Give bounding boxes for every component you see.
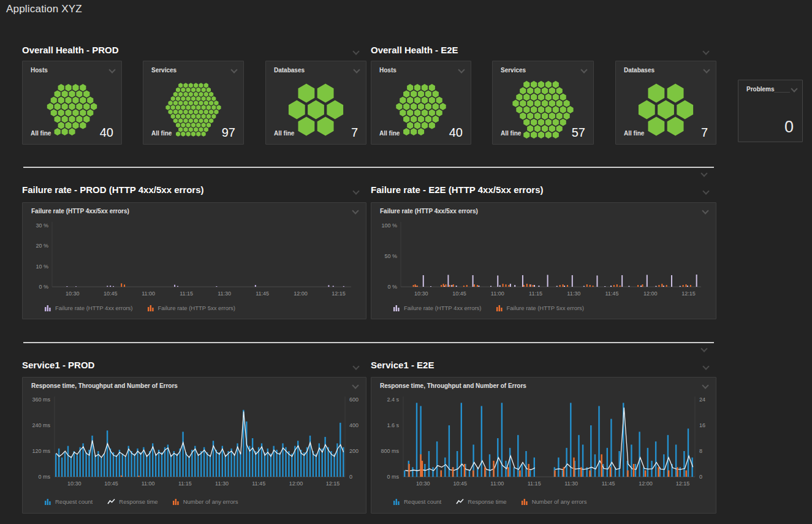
problems-tile[interactable]: Problems 0 xyxy=(738,80,803,142)
chevron-down-icon[interactable] xyxy=(352,382,359,389)
chevron-down-icon[interactable] xyxy=(581,67,587,73)
bar-series-icon xyxy=(148,305,154,311)
svg-text:12:00: 12:00 xyxy=(289,480,303,487)
svg-text:11:45: 11:45 xyxy=(252,480,265,487)
svg-text:11:00: 11:00 xyxy=(142,480,155,487)
status-text: All fine xyxy=(274,130,294,137)
chart-title: Failure rate (HTTP 4xx/5xx errors) xyxy=(31,208,129,215)
bar-series-icon xyxy=(393,498,400,505)
health-tile-hosts-prod[interactable]: Hosts All fine 40 xyxy=(22,61,122,145)
chevron-down-icon[interactable] xyxy=(231,67,237,73)
chart-legend: Failure rate (HTTP 4xx errors)Failure ra… xyxy=(393,305,584,311)
section-title-service1-e2e: Service1 - E2E xyxy=(371,360,434,370)
svg-text:12:00: 12:00 xyxy=(643,290,658,297)
chevron-down-icon[interactable] xyxy=(702,382,708,389)
chevron-down-icon[interactable] xyxy=(353,48,359,55)
status-text: All fine xyxy=(624,130,644,137)
chevron-down-icon[interactable] xyxy=(701,170,707,177)
svg-text:10:30: 10:30 xyxy=(414,290,428,297)
chevron-down-icon[interactable] xyxy=(458,67,465,73)
chevron-down-icon[interactable] xyxy=(703,48,709,55)
svg-text:10 %: 10 % xyxy=(36,264,48,270)
chart-title: Response time, Throughput and Number of … xyxy=(380,382,526,389)
entity-count: 40 xyxy=(100,126,113,140)
chevron-down-icon[interactable] xyxy=(109,67,115,73)
svg-text:11:15: 11:15 xyxy=(529,290,542,297)
svg-text:10:45: 10:45 xyxy=(104,480,118,487)
dashboard: Application XYZ Overall Health - PROD Ov… xyxy=(0,0,812,524)
status-text: All fine xyxy=(501,130,521,137)
legend-item[interactable]: Number of any errors xyxy=(522,498,587,505)
svg-text:0 ms: 0 ms xyxy=(38,474,50,480)
bar-series-icon xyxy=(45,498,51,505)
legend-item[interactable]: Failure rate (HTTP 5xx errors) xyxy=(496,305,585,311)
svg-text:20 %: 20 % xyxy=(36,243,48,249)
bar-series-icon xyxy=(45,305,51,311)
legend-label: Failure rate (HTTP 5xx errors) xyxy=(158,305,236,311)
tile-label: Services xyxy=(151,67,176,74)
svg-text:10:45: 10:45 xyxy=(453,480,468,487)
section-title-service1-prod: Service1 - PROD xyxy=(22,360,94,370)
svg-text:200: 200 xyxy=(349,448,359,454)
service-metrics-chart[interactable]: 0 ms120 ms240 ms360 ms020040060010:3010:… xyxy=(23,393,366,493)
chart-legend: Request countResponse timeNumber of any … xyxy=(45,498,238,505)
line-series-icon xyxy=(456,498,464,505)
chevron-down-icon[interactable] xyxy=(354,67,360,73)
legend-label: Response time xyxy=(119,498,157,505)
svg-text:1.6 s: 1.6 s xyxy=(387,422,399,428)
health-tile-databases-e2e[interactable]: Databases All fine 7 xyxy=(615,61,716,145)
tile-label: Services xyxy=(501,67,526,74)
status-text: All fine xyxy=(379,130,400,137)
svg-text:11:30: 11:30 xyxy=(567,290,580,297)
bar-series-icon xyxy=(393,305,400,311)
legend-label: Request count xyxy=(404,498,441,505)
chart-tile-failure-prod[interactable]: Failure rate (HTTP 4xx/5xx errors) 0 %10… xyxy=(22,202,366,319)
svg-text:11:00: 11:00 xyxy=(142,290,155,297)
status-text: All fine xyxy=(151,130,172,137)
chart-tile-service1-prod[interactable]: Response time, Throughput and Number of … xyxy=(22,377,366,514)
chevron-down-icon[interactable] xyxy=(701,346,707,352)
legend-label: Number of any errors xyxy=(183,498,238,505)
health-tile-services-e2e[interactable]: Services All fine 57 xyxy=(492,61,594,145)
health-tile-services-prod[interactable]: Services All fine 97 xyxy=(143,61,244,145)
svg-text:16: 16 xyxy=(699,422,705,428)
svg-text:11:15: 11:15 xyxy=(180,290,193,297)
legend-item[interactable]: Response time xyxy=(107,498,157,505)
health-tile-databases-prod[interactable]: Databases All fine 7 xyxy=(265,61,366,145)
chart-tile-service1-e2e[interactable]: Response time, Throughput and Number of … xyxy=(371,377,716,514)
health-tile-hosts-e2e[interactable]: Hosts All fine 40 xyxy=(371,61,471,145)
chevron-down-icon[interactable] xyxy=(704,67,710,73)
legend-item[interactable]: Request count xyxy=(45,498,93,505)
service-metrics-chart[interactable]: 0 ms800 ms1.6 s2.4 s08162410:3010:4511:0… xyxy=(371,393,716,493)
chevron-down-icon[interactable] xyxy=(353,188,359,194)
legend-item[interactable]: Request count xyxy=(393,498,441,505)
entity-count: 7 xyxy=(351,126,358,140)
chevron-down-icon[interactable] xyxy=(702,208,708,214)
legend-item[interactable]: Number of any errors xyxy=(173,498,238,505)
failure-rate-chart[interactable]: 0 %50 %100 %10:3010:4511:0011:1511:3011:… xyxy=(371,219,716,298)
legend-item[interactable]: Response time xyxy=(456,498,506,505)
failure-rate-chart[interactable]: 0 %10 %20 %30 %10:3010:4511:0011:1511:30… xyxy=(23,219,366,298)
svg-text:12:15: 12:15 xyxy=(681,290,696,297)
legend-item[interactable]: Failure rate (HTTP 5xx errors) xyxy=(148,305,236,311)
legend-item[interactable]: Failure rate (HTTP 4xx errors) xyxy=(393,305,482,311)
svg-text:11:45: 11:45 xyxy=(256,290,269,297)
chevron-down-icon[interactable] xyxy=(791,86,797,92)
svg-text:12:15: 12:15 xyxy=(332,290,346,297)
chevron-down-icon[interactable] xyxy=(703,363,709,370)
svg-text:400: 400 xyxy=(349,422,359,428)
svg-text:10:45: 10:45 xyxy=(104,290,118,297)
chevron-down-icon[interactable] xyxy=(353,363,359,370)
svg-text:12:15: 12:15 xyxy=(326,480,340,487)
tile-label: Hosts xyxy=(379,67,397,74)
legend-label: Failure rate (HTTP 4xx errors) xyxy=(404,305,482,311)
bar-series-icon xyxy=(496,305,503,311)
tile-label: Databases xyxy=(624,67,655,74)
chart-tile-failure-e2e[interactable]: Failure rate (HTTP 4xx/5xx errors) 0 %50… xyxy=(371,202,716,319)
legend-item[interactable]: Failure rate (HTTP 4xx errors) xyxy=(45,305,133,311)
chevron-down-icon[interactable] xyxy=(352,208,359,214)
chevron-down-icon[interactable] xyxy=(703,188,709,194)
svg-text:0: 0 xyxy=(349,474,352,480)
svg-text:12:00: 12:00 xyxy=(639,480,653,487)
legend-label: Response time xyxy=(468,498,506,505)
